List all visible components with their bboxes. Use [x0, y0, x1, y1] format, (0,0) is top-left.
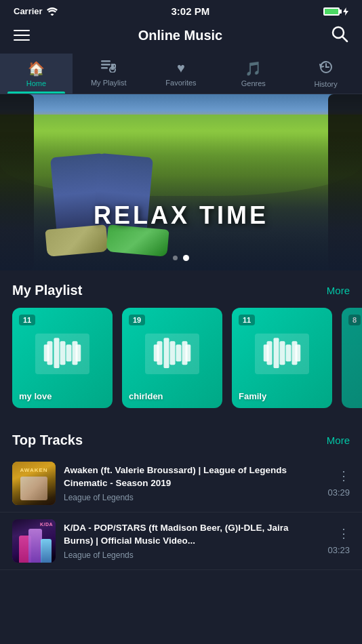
status-bar: Carrier 3:02 PM: [0, 0, 362, 20]
svg-rect-12: [54, 338, 60, 368]
top-tracks-more-button[interactable]: More: [327, 435, 350, 446]
hero-dot-1: [173, 256, 178, 260]
playlist-card-3[interactable]: 8: [342, 308, 362, 408]
my-playlist-header: My Playlist More: [0, 270, 362, 305]
track-thumb-1: K/DA: [12, 519, 56, 563]
playlist-name-2: Family: [239, 391, 325, 401]
track-item-0[interactable]: AWAKEN Awaken (ft. Valerie Broussard) | …: [0, 455, 362, 512]
tab-home[interactable]: 🏠 Home: [0, 54, 73, 94]
svg-rect-4: [101, 67, 108, 69]
svg-rect-26: [274, 338, 279, 368]
tab-home-label: Home: [3, 79, 70, 87]
playlist-count-0: 11: [19, 315, 35, 325]
status-left: Carrier: [14, 6, 58, 16]
hero-dots: [173, 255, 189, 261]
tab-history-label: History: [292, 80, 359, 88]
wifi-icon: [47, 7, 58, 16]
playlist-name-0: my love: [19, 391, 106, 401]
hero-title: RELAX TIME: [41, 201, 321, 230]
svg-rect-18: [157, 341, 163, 365]
hero-dot-2: [183, 255, 189, 261]
svg-rect-11: [47, 341, 53, 365]
tab-history[interactable]: History: [289, 54, 362, 94]
tab-my-playlist[interactable]: My Playlist: [73, 54, 145, 94]
history-icon: [319, 60, 333, 77]
hero-banner: RELAX TIME: [0, 94, 362, 270]
music-note-icon-2: [264, 338, 301, 374]
svg-rect-13: [60, 341, 66, 365]
svg-rect-16: [76, 344, 81, 361]
track-thumb-0: AWAKEN: [12, 462, 56, 505]
menu-button[interactable]: [14, 30, 30, 41]
svg-rect-27: [280, 341, 285, 365]
playlist-icon: [101, 60, 116, 76]
svg-rect-25: [267, 341, 273, 365]
kda-thumbnail: K/DA: [12, 519, 56, 563]
search-icon: [331, 25, 348, 43]
svg-rect-20: [170, 341, 176, 365]
playlist-card-0[interactable]: 11 my love: [12, 308, 113, 408]
genres-icon: 🎵: [245, 60, 262, 77]
header-title: Online Music: [138, 28, 222, 43]
top-tracks-section: Top Tracks More AWAKEN Awaken (ft. Valer…: [0, 420, 362, 584]
battery-icon: [323, 7, 340, 16]
track-right-1: ⋮ 03:23: [327, 527, 350, 555]
svg-rect-19: [164, 338, 169, 368]
my-playlist-title: My Playlist: [12, 283, 82, 298]
tab-navigation: 🏠 Home My Playlist ♥ Favorites 🎵 Genres: [0, 54, 362, 94]
top-tracks-header: Top Tracks More: [0, 420, 362, 455]
tab-playlist-label: My Playlist: [75, 79, 142, 87]
home-icon: 🏠: [28, 60, 45, 77]
search-button[interactable]: [331, 25, 348, 45]
tab-favorites[interactable]: ♥ Favorites: [145, 54, 218, 94]
playlist-count-1: 19: [129, 315, 145, 325]
svg-rect-21: [176, 344, 182, 361]
svg-rect-23: [186, 344, 191, 361]
status-right: [323, 7, 348, 16]
track-right-0: ⋮ 03:29: [327, 470, 350, 498]
bolt-icon: [343, 7, 348, 16]
track-artist-1: League of Legends: [64, 550, 319, 560]
top-tracks-title: Top Tracks: [12, 432, 83, 448]
playlist-card-2[interactable]: 11 Family: [232, 308, 332, 408]
track-duration-1: 03:23: [327, 545, 350, 555]
svg-rect-6: [111, 64, 114, 70]
track-more-button-0[interactable]: ⋮: [338, 470, 350, 482]
playlist-name-1: chirlden: [129, 391, 216, 401]
my-playlist-more-button[interactable]: More: [327, 285, 350, 296]
app-header: Online Music: [0, 20, 362, 54]
carrier-label: Carrier: [14, 6, 43, 16]
svg-rect-14: [66, 344, 72, 361]
svg-rect-3: [101, 64, 110, 66]
svg-line-1: [342, 37, 347, 41]
track-artist-0: League of Legends: [64, 493, 319, 502]
track-info-0: Awaken (ft. Valerie Broussard) | League …: [64, 464, 319, 502]
status-time: 3:02 PM: [171, 5, 209, 17]
svg-rect-2: [101, 60, 110, 62]
music-note-icon-0: [44, 338, 81, 374]
track-more-button-1[interactable]: ⋮: [338, 527, 350, 540]
playlist-scroll: 11 my love 19: [0, 305, 362, 420]
track-info-1: K/DA - POP/STARS (ft Madison Beer, (G)I-…: [64, 522, 319, 560]
svg-rect-28: [286, 344, 291, 361]
tab-favorites-label: Favorites: [148, 79, 215, 87]
playlist-card-1[interactable]: 19 chirlden: [122, 308, 222, 408]
track-item-1[interactable]: K/DA K/DA - POP/STARS (ft Madison Beer, …: [0, 512, 362, 570]
playlist-count-2: 11: [239, 315, 255, 325]
svg-rect-30: [296, 344, 301, 361]
awaken-thumbnail: AWAKEN: [12, 462, 56, 505]
tab-genres[interactable]: 🎵 Genres: [217, 54, 289, 94]
playlist-count-3: 8: [348, 315, 361, 325]
track-duration-0: 03:29: [327, 487, 350, 498]
favorites-icon: ♥: [177, 60, 185, 76]
track-title-0: Awaken (ft. Valerie Broussard) | League …: [64, 464, 319, 490]
tab-genres-label: Genres: [220, 79, 287, 87]
track-title-1: K/DA - POP/STARS (ft Madison Beer, (G)I-…: [64, 522, 319, 548]
music-note-icon-1: [154, 338, 191, 374]
